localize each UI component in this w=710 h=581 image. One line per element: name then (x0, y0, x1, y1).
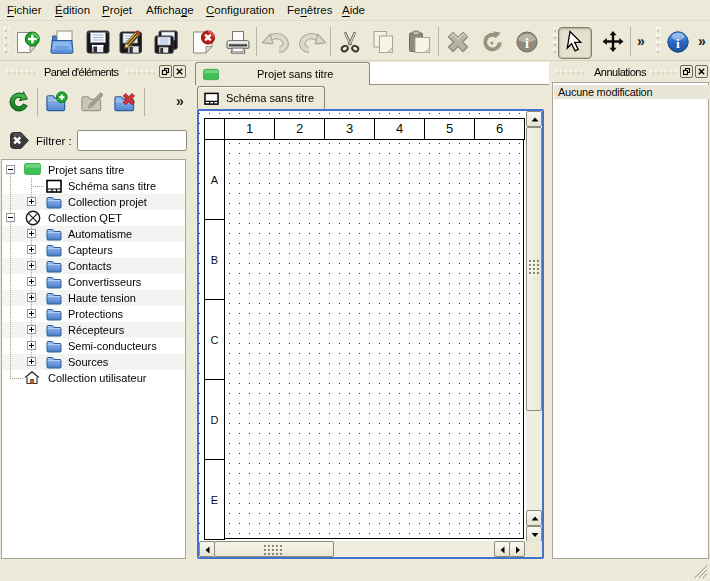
svg-text:i: i (525, 36, 529, 51)
svg-text:i: i (676, 36, 680, 51)
